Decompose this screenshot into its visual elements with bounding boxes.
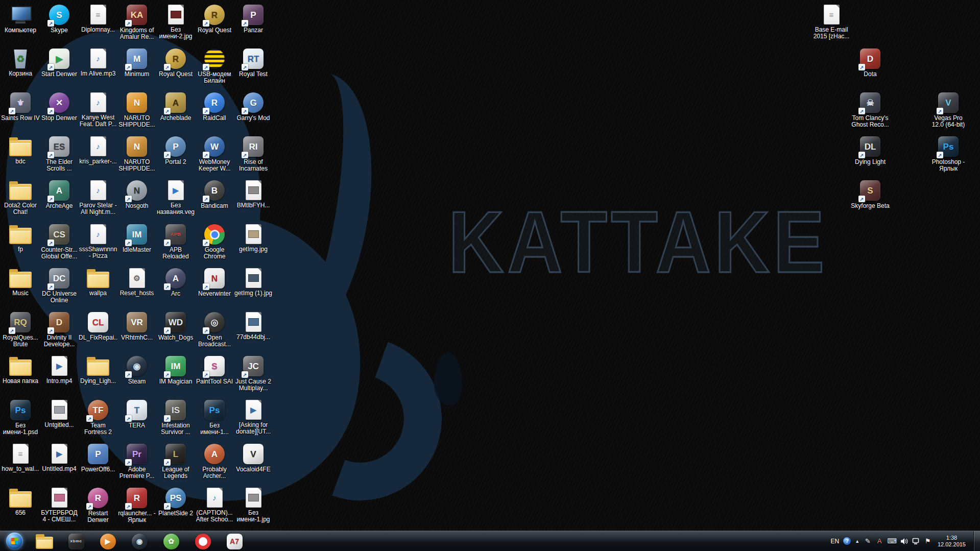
icq-icon: ✿	[163, 534, 179, 549]
dota-icon: D↗	[860, 49, 880, 69]
desktop-icon[interactable]: S↗Skyforge Beta	[851, 178, 890, 222]
shortcut-arrow-icon: ↗	[937, 152, 943, 158]
system-tray: EN ? ▲ ✎А⌨⚑ 1:38 12.02.2015	[827, 531, 980, 551]
taskbar-explorer-button[interactable]	[29, 531, 60, 551]
desktop-icon-label: Base E-mail 2015 [zHac...	[812, 27, 851, 40]
shortcut-arrow-icon: ↗	[858, 108, 865, 114]
start-button[interactable]	[0, 531, 29, 551]
glyph: ≡	[829, 11, 834, 18]
taskbar-browser-button[interactable]	[187, 531, 219, 551]
glyph: V	[945, 99, 951, 107]
vegas-pro-icon: V↗	[938, 92, 959, 113]
desktop-right-icons: ≡Base E-mail 2015 [zHac...D↗Dota☠↗Tom Cl…	[0, 0, 980, 551]
show-desktop-button[interactable]	[973, 531, 980, 551]
desktop: KATTAKE Компьютер♻Корзина⚜↗Saints Row IV…	[0, 0, 980, 551]
keyboard-icon[interactable]: ⌨	[887, 537, 897, 545]
tray-icons: ✎А⌨⚑	[864, 537, 932, 545]
desktop-icon[interactable]: ≡Base E-mail 2015 [zHac...	[812, 2, 851, 46]
ghost-recon-icon: ☠↗	[860, 92, 880, 113]
show-hidden-icons-button[interactable]: ▲	[855, 539, 859, 544]
desktop-icon-label: Dota	[851, 71, 890, 78]
language-indicator[interactable]: EN	[831, 538, 840, 545]
taskbar-icq-button[interactable]: ✿	[155, 531, 187, 551]
taskbar: xbmc▶◉✿A7 EN ? ▲ ✎А⌨⚑ 1:38 12.02.2015	[0, 531, 980, 551]
desktop-icon[interactable]: V↗Vegas Pro 12.0 (64-bit)	[929, 90, 968, 134]
glyph: Ps	[943, 142, 954, 151]
dying-light-icon: DL↗	[860, 136, 880, 157]
desktop-icon[interactable]: Ps↗Photoshop - Ярлык	[929, 134, 968, 178]
glyph: A7	[230, 538, 239, 545]
glyph: xbmc	[70, 539, 82, 543]
clock-date: 12.02.2015	[938, 541, 966, 548]
punto-icon[interactable]: А	[875, 537, 883, 545]
taskbar-media-player-button[interactable]: ▶	[92, 531, 124, 551]
taskbar-xbmc-button[interactable]: xbmc	[60, 531, 92, 551]
shortcut-arrow-icon: ↗	[937, 108, 943, 114]
photoshop-icon: Ps↗	[938, 136, 959, 157]
glyph: DL	[865, 142, 876, 151]
shortcut-arrow-icon: ↗	[858, 64, 865, 70]
aimp-icon: A7	[227, 534, 243, 549]
browser-icon	[195, 534, 211, 549]
glyph: ▶	[105, 538, 111, 545]
desktop-icon-label: Tom Clancy's Ghost Reco...	[851, 115, 890, 128]
media-player-icon: ▶	[100, 534, 116, 549]
taskbar-aimp-button[interactable]: A7	[219, 531, 250, 551]
desktop-icon[interactable]: DL↗Dying Light	[851, 134, 890, 178]
volume-icon[interactable]	[900, 537, 909, 545]
desktop-icon[interactable]: D↗Dota	[851, 46, 890, 90]
windows-flag-icon	[11, 538, 18, 545]
clock-time: 1:38	[938, 535, 966, 541]
action-center-icon[interactable]: ⚑	[924, 537, 932, 545]
desktop-icon[interactable]: ☠↗Tom Clancy's Ghost Reco...	[851, 90, 890, 134]
xbmc-icon: xbmc	[68, 534, 84, 549]
steam-icon: ◉	[132, 534, 148, 549]
network-icon[interactable]	[912, 537, 920, 545]
glyph: ☠	[866, 99, 874, 107]
glyph: ✿	[168, 538, 174, 545]
taskbar-buttons: xbmc▶◉✿A7	[29, 531, 250, 551]
desktop-icon-label: Photoshop - Ярлык	[929, 159, 968, 172]
taskbar-steam-button[interactable]: ◉	[124, 531, 155, 551]
glyph: S	[867, 186, 873, 195]
clock[interactable]: 1:38 12.02.2015	[936, 535, 969, 548]
desktop-icon-label: Vegas Pro 12.0 (64-bit)	[929, 115, 968, 128]
explorer-icon	[36, 537, 53, 549]
desktop-icon-label: Dying Light	[851, 159, 890, 165]
email-file-icon: ≡	[824, 5, 840, 25]
help-icon[interactable]: ?	[843, 537, 851, 545]
skyforge-icon: S↗	[860, 180, 880, 201]
desktop-icon-label: Skyforge Beta	[851, 203, 890, 209]
shortcut-arrow-icon: ↗	[858, 196, 865, 202]
glyph: D	[867, 55, 873, 63]
shortcut-arrow-icon: ↗	[858, 152, 865, 158]
glyph: ◉	[136, 538, 142, 545]
pen-icon[interactable]: ✎	[864, 537, 872, 545]
windows-orb-icon	[6, 533, 23, 549]
